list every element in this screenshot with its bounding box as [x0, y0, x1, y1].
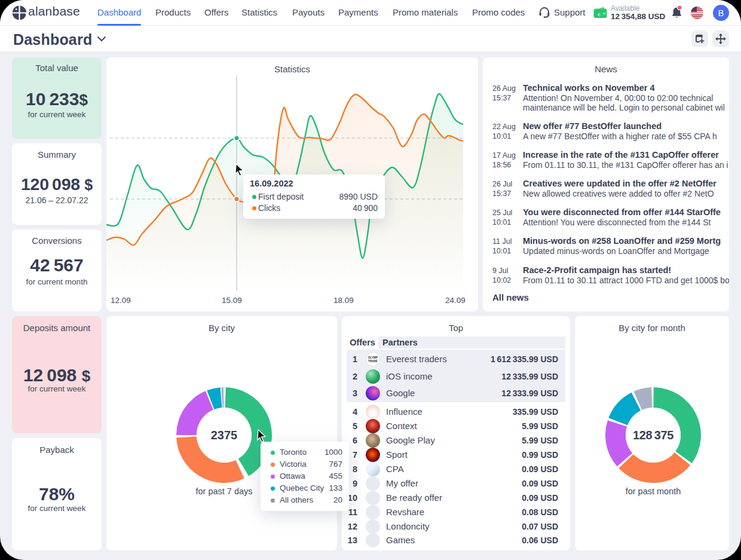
svg-text:c: c: [598, 11, 601, 17]
